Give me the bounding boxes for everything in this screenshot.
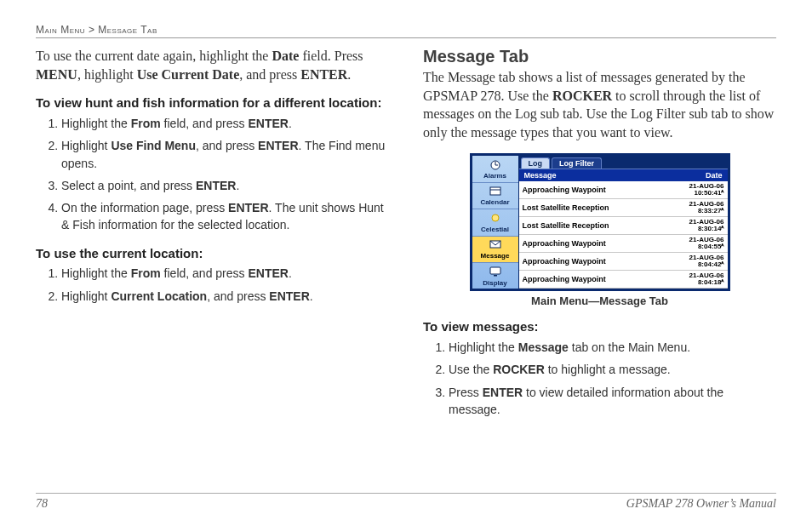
col-message: Message xyxy=(524,171,670,180)
gps-sidebar: AlarmsCalendarCelestialMessageDisplay xyxy=(472,156,519,289)
gps-row: Lost Satellite Reception21-AUG-068:30:14… xyxy=(519,217,728,235)
gps-row: Lost Satellite Reception21-AUG-068:33:27… xyxy=(519,199,728,217)
gps-side-calendar: Calendar xyxy=(472,183,518,209)
gps-main: LogLog Filter Message Date Approaching W… xyxy=(519,156,728,289)
col-date: Date xyxy=(670,171,723,180)
list-item: Select a point, and press ENTER. xyxy=(61,177,389,194)
gps-row: Approaching Waypoint21-AUG-068:04:55ᴬ xyxy=(519,235,728,253)
intro-paragraph: To use the current date again, highlight… xyxy=(36,47,389,83)
gps-rows: Approaching Waypoint21-AUG-0610:50:41ᴬLo… xyxy=(519,181,728,289)
gps-row: Approaching Waypoint21-AUG-068:04:18ᴬ xyxy=(519,271,728,289)
content-columns: To use the current date again, highlight… xyxy=(36,47,776,426)
right-column: Message Tab The Message tab shows a list… xyxy=(423,47,776,426)
list-item: Highlight the From field, and press ENTE… xyxy=(61,265,389,282)
page-footer: 78 GPSMAP 278 Owner’s Manual xyxy=(36,493,776,511)
list-item: Press ENTER to view detailed information… xyxy=(449,384,776,419)
page-title: Message Tab xyxy=(423,47,776,66)
list-item: Highlight Current Location, and press EN… xyxy=(61,288,389,305)
right-section-title: To view messages: xyxy=(423,319,776,335)
right-paragraph: The Message tab shows a list of messages… xyxy=(423,68,776,141)
gps-side-celestial: Celestial xyxy=(472,209,518,236)
gps-screenshot: AlarmsCalendarCelestialMessageDisplay Lo… xyxy=(470,153,730,291)
list-item: Use the ROCKER to highlight a message. xyxy=(449,361,776,378)
gps-table-head: Message Date xyxy=(519,169,728,181)
svg-rect-7 xyxy=(490,267,500,274)
breadcrumb: Main Menu > Message Tab xyxy=(36,24,776,38)
gps-tab: Log xyxy=(521,157,551,169)
page-number: 78 xyxy=(36,497,48,511)
list-item: Highlight the Message tab on the Main Me… xyxy=(449,339,776,356)
gps-side-display: Display xyxy=(472,263,518,289)
gps-tab: Log Filter xyxy=(552,157,602,169)
gps-row: Approaching Waypoint21-AUG-068:04:42ᴬ xyxy=(519,253,728,271)
list-item: On the information page, press ENTER. Th… xyxy=(61,199,389,234)
gps-tabs: LogLog Filter xyxy=(519,156,728,169)
section2-list: Highlight the From field, and press ENTE… xyxy=(36,265,389,305)
gps-side-alarms: Alarms xyxy=(472,156,518,182)
figure-wrapper: AlarmsCalendarCelestialMessageDisplay Lo… xyxy=(423,153,776,307)
svg-rect-8 xyxy=(494,275,497,277)
left-column: To use the current date again, highlight… xyxy=(36,47,389,426)
list-item: Highlight the From field, and press ENTE… xyxy=(61,115,389,132)
doc-title: GPSMAP 278 Owner’s Manual xyxy=(626,497,776,511)
list-item: Highlight Use Find Menu, and press ENTER… xyxy=(61,137,389,172)
right-section-list: Highlight the Message tab on the Main Me… xyxy=(423,339,776,418)
svg-point-5 xyxy=(492,214,499,221)
section2-title: To use the current location: xyxy=(36,246,389,262)
figure-caption: Main Menu—Message Tab xyxy=(531,294,668,307)
svg-rect-3 xyxy=(490,187,500,195)
section1-list: Highlight the From field, and press ENTE… xyxy=(36,115,389,234)
gps-side-message: Message xyxy=(472,237,518,263)
gps-row: Approaching Waypoint21-AUG-0610:50:41ᴬ xyxy=(519,181,728,199)
section1-title: To view hunt and fish information for a … xyxy=(36,95,389,111)
